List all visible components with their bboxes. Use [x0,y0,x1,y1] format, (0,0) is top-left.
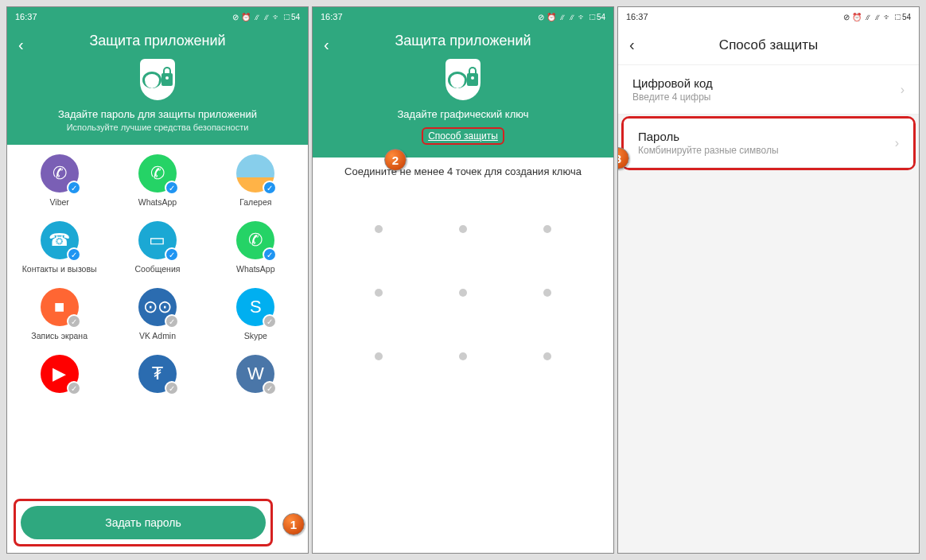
app-label: Запись экрана [10,331,108,340]
app-icon: ✓ [236,154,274,192]
set-password-button[interactable]: Задать пароль [21,506,266,539]
app-label: VK Admin [108,331,206,340]
app-label: Галерея [207,197,305,207]
shield-icon [445,59,481,100]
app-icon: W✓ [236,355,274,393]
check-icon: ✓ [67,314,81,329]
app-item[interactable]: ✆✓WhatsApp [108,154,206,207]
subtitle: Задайте пароль для защиты приложений [7,108,308,120]
chevron-right-icon: › [895,136,899,150]
app-item[interactable]: ▭✓Сообщения [108,221,206,274]
app-icon: ■✓ [41,288,79,326]
chevron-right-icon: › [901,83,905,97]
status-icons: ⊘ ⏰ ⫽ ⫽ ᯤ ⬚54 [232,13,300,21]
app-icon: S✓ [236,288,274,326]
app-item[interactable]: ✆✓Viber [10,154,108,207]
app-item[interactable]: W✓ [207,355,305,398]
back-icon[interactable]: ‹ [18,36,24,54]
check-icon: ✓ [165,247,179,262]
page-title: Способ защиты [618,37,919,53]
status-time: 16:37 [15,12,37,21]
check-icon: ✓ [67,247,81,262]
header: ‹ Защита приложений Задайте пароль для з… [7,26,308,145]
app-item[interactable]: S✓Skype [207,288,305,340]
option-subtitle: Введите 4 цифры [632,91,713,103]
app-item[interactable]: ☎✓Контакты и вызовы [10,221,108,274]
app-icon: ₮✓ [138,355,177,393]
pattern-grid[interactable] [313,185,613,400]
status-bar: 16:37 ⊘ ⏰ ⫽ ⫽ ᯤ ⬚54 [7,7,308,26]
check-icon: ✓ [263,247,277,262]
check-icon: ✓ [165,381,179,395]
pattern-dot[interactable] [459,352,467,360]
pattern-dot[interactable] [543,352,551,360]
subtitle: Задайте графический ключ [313,108,613,120]
pattern-dot[interactable] [375,352,383,360]
option-numeric-code[interactable]: Цифровой код Введите 4 цифры › [618,65,919,115]
app-icon: ▭✓ [138,221,177,259]
hint: Используйте лучшие средства безопасности [7,122,308,132]
app-label: Сообщения [108,264,206,274]
app-label: WhatsApp [207,264,305,274]
app-icon: ☎✓ [41,221,79,259]
protection-method-link[interactable]: Способ защиты [422,127,504,145]
apps-grid: ✆✓Viber✆✓WhatsApp✓Галерея☎✓Контакты и вы… [7,145,308,407]
app-item[interactable]: ■✓Запись экрана [10,288,108,340]
header: ‹ Способ защиты [618,26,919,65]
status-bar: 16:37 ⊘ ⏰ ⫽ ⫽ ᯤ ⬚54 [313,7,613,26]
screen-app-protection: 16:37 ⊘ ⏰ ⫽ ⫽ ᯤ ⬚54 ‹ Защита приложений … [6,6,309,554]
option-title: Цифровой код [632,76,713,90]
app-icon: ✆✓ [41,154,79,192]
app-label: WhatsApp [108,197,206,207]
app-label: Viber [10,197,108,207]
callout-badge-1: 1 [282,513,305,535]
app-item[interactable]: ✓Галерея [207,154,305,207]
highlight-set-password: Задать пароль [14,499,273,546]
page-title: Защита приложений [7,33,308,49]
page-title: Защита приложений [313,33,613,49]
pattern-dot[interactable] [459,225,467,233]
status-bar: 16:37 ⊘ ⏰ ⫽ ⫽ ᯤ ⬚54 [618,7,919,26]
pattern-instruction: Соедините не менее 4 точек для создания … [313,158,613,185]
option-password[interactable]: Пароль Комбинируйте разные символы › [624,119,913,168]
shield-icon [140,59,175,100]
app-icon: ✆✓ [138,154,177,192]
check-icon: ✓ [263,314,277,329]
app-item[interactable]: ₮✓ [108,355,206,398]
app-icon: ⊙⊙✓ [138,288,177,326]
check-icon: ✓ [67,181,81,195]
status-icons: ⊘ ⏰ ⫽ ⫽ ᯤ ⬚54 [538,13,605,21]
app-label: Skype [207,331,305,340]
back-icon[interactable]: ‹ [629,36,635,54]
check-icon: ✓ [263,181,277,195]
app-label: Контакты и вызовы [10,264,108,274]
screen-protection-method: 16:37 ⊘ ⏰ ⫽ ⫽ ᯤ ⬚54 ‹ Способ защиты Цифр… [617,6,920,554]
back-icon[interactable]: ‹ [324,36,329,54]
status-icons: ⊘ ⏰ ⫽ ⫽ ᯤ ⬚54 [843,13,911,21]
options-list: Цифровой код Введите 4 цифры › Пароль Ко… [618,65,919,554]
app-icon: ▶✓ [41,355,79,393]
app-icon: ✆✓ [236,221,274,259]
status-time: 16:37 [321,12,343,21]
check-icon: ✓ [165,181,179,195]
option-subtitle: Комбинируйте разные символы [638,145,779,156]
status-time: 16:37 [626,12,648,21]
screen-pattern: 16:37 ⊘ ⏰ ⫽ ⫽ ᯤ ⬚54 ‹ Защита приложений … [312,6,614,554]
header: ‹ Защита приложений Задайте графический … [313,26,613,158]
pattern-dot[interactable] [543,225,551,233]
pattern-dot[interactable] [543,289,551,297]
callout-badge-2: 2 [384,149,407,171]
pattern-dot[interactable] [375,289,383,297]
option-title: Пароль [638,130,779,143]
app-item[interactable]: ▶✓ [10,355,108,398]
highlight-password-option: Пароль Комбинируйте разные символы › [621,116,916,170]
check-icon: ✓ [165,314,179,329]
pattern-dot[interactable] [459,289,467,297]
check-icon: ✓ [263,381,277,395]
check-icon: ✓ [67,381,81,395]
pattern-dot[interactable] [375,225,383,233]
app-item[interactable]: ✆✓WhatsApp [207,221,305,274]
app-item[interactable]: ⊙⊙✓VK Admin [108,288,206,340]
